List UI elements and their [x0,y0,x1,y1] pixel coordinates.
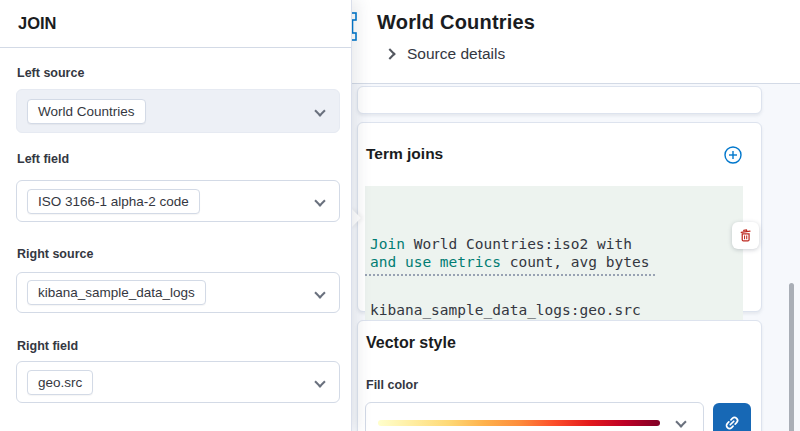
right-field-value: geo.src [27,370,93,395]
add-join-button plus-circle-icon[interactable] [724,146,742,164]
left-source-label: Left source [17,66,84,80]
fill-color-label: Fill color [366,378,418,392]
trash-icon [738,228,753,243]
join-flyout-title: JOIN [18,14,57,33]
right-source-value: kibana_sample_data_logs [27,280,206,305]
fill-color-select[interactable] [365,402,704,431]
source-details-toggle[interactable]: Source details [386,45,505,63]
chevron-down-icon [314,376,325,387]
metrics-expression[interactable]: and use metrics count, avg bytes [365,250,655,276]
vector-style-card: Vector style Fill color [357,320,762,431]
scrolled-card-edge [357,86,762,114]
link-field-button[interactable] [713,403,751,431]
term-joins-card: Term joins Join World Countries:iso2 wit… [357,122,762,312]
vector-style-heading: Vector style [366,334,456,352]
join-flyout-header: JOIN [0,0,351,48]
scrollbar-thumb[interactable] [789,283,794,431]
left-source-value: World Countries [27,99,146,124]
right-source-label: Right source [17,247,93,261]
chevron-right-icon [384,48,395,59]
fill-color-ramp [378,420,660,426]
link-icon [719,410,744,431]
join-expression-line2: kibana_sample_data_logs:geo.src [370,299,737,321]
chevron-down-icon [314,195,325,206]
chevron-down-icon [314,105,325,116]
delete-join-button[interactable] [732,222,759,249]
chevron-down-icon [314,287,325,298]
left-field-select[interactable]: ISO 3166-1 alpha-2 code [16,180,340,222]
join-editor-flyout: JOIN Left source World Countries Left fi… [0,0,352,431]
left-field-label: Left field [17,152,69,166]
right-field-select[interactable]: geo.src [16,361,340,403]
source-details-label: Source details [407,45,505,63]
left-source-select[interactable]: World Countries [16,89,340,133]
chevron-down-icon [675,416,686,427]
term-joins-heading: Term joins [366,145,443,163]
page-title: World Countries [377,11,535,34]
app-window: World Countries Source details Term join… [0,0,800,431]
right-field-label: Right field [17,339,78,353]
right-source-select[interactable]: kibana_sample_data_logs [16,272,340,313]
left-field-value: ISO 3166-1 alpha-2 code [27,189,200,214]
